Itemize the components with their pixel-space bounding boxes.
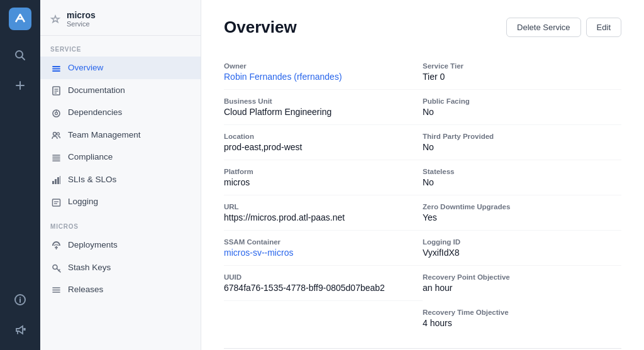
add-icon[interactable] bbox=[8, 73, 33, 98]
field-public-facing: Public Facing No bbox=[423, 90, 621, 125]
sidebar-item-logging[interactable]: Logging bbox=[40, 190, 201, 213]
sidebar: micros Service SERVICE Overview Document… bbox=[40, 0, 201, 350]
field-stateless-value: No bbox=[423, 177, 621, 187]
main-content: Overview Delete Service Edit Owner Robin… bbox=[201, 0, 644, 350]
field-stateless-label: Stateless bbox=[423, 168, 621, 175]
sidebar-item-dependencies[interactable]: Dependencies bbox=[40, 101, 201, 124]
field-zero-downtime-label: Zero Downtime Upgrades bbox=[423, 203, 621, 211]
sidebar-item-compliance-label: Compliance bbox=[68, 152, 113, 161]
field-uuid-value: 6784fa76-1535-4778-bff9-0805d07beab2 bbox=[224, 283, 423, 293]
header-actions: Delete Service Edit bbox=[506, 18, 621, 37]
field-service-tier-label: Service Tier bbox=[423, 62, 621, 70]
service-name: micros bbox=[67, 10, 96, 20]
slis-slos-icon bbox=[50, 174, 62, 185]
field-business-unit: Business Unit Cloud Platform Engineering bbox=[224, 90, 423, 125]
field-third-party-value: No bbox=[423, 142, 621, 152]
sidebar-item-overview-label: Overview bbox=[68, 63, 103, 72]
svg-rect-26 bbox=[52, 181, 54, 184]
svg-rect-27 bbox=[55, 179, 57, 184]
svg-point-21 bbox=[57, 133, 59, 135]
field-rto-value: 4 hours bbox=[423, 318, 621, 328]
svg-point-18 bbox=[55, 112, 57, 114]
field-public-facing-value: No bbox=[423, 107, 621, 117]
sidebar-item-slis-slos[interactable]: SLIs & SLOs bbox=[40, 168, 201, 191]
field-stateless: Stateless No bbox=[423, 160, 621, 195]
sidebar-item-team-management[interactable]: Team Management bbox=[40, 124, 201, 146]
sidebar-item-logging-label: Logging bbox=[68, 197, 98, 206]
field-platform: Platform micros bbox=[224, 160, 423, 195]
megaphone-icon[interactable] bbox=[8, 317, 33, 342]
field-location: Location prod-east,prod-west bbox=[224, 125, 423, 160]
releases-icon bbox=[50, 284, 62, 295]
svg-point-20 bbox=[53, 133, 56, 136]
sidebar-item-slis-slos-label: SLIs & SLOs bbox=[68, 175, 116, 184]
svg-rect-29 bbox=[60, 176, 60, 184]
field-rto: Recovery Time Objective 4 hours bbox=[423, 301, 621, 336]
svg-rect-28 bbox=[57, 177, 59, 184]
field-logging-id: Logging ID VyxifIdX8 bbox=[423, 231, 621, 266]
field-uuid-label: UUID bbox=[224, 273, 423, 281]
dependencies-icon bbox=[50, 107, 62, 118]
field-uuid: UUID 6784fa76-1535-4778-bff9-0805d07beab… bbox=[224, 266, 423, 301]
sidebar-item-deployments[interactable]: Deployments bbox=[40, 234, 201, 256]
field-third-party-label: Third Party Provided bbox=[423, 133, 621, 140]
field-business-unit-label: Business Unit bbox=[224, 97, 423, 105]
field-zero-downtime: Zero Downtime Upgrades Yes bbox=[423, 195, 621, 231]
service-section-label: SERVICE bbox=[40, 36, 201, 57]
overview-icon bbox=[50, 62, 62, 74]
field-service-tier: Service Tier Tier 0 bbox=[423, 55, 621, 90]
sidebar-service-header: micros Service bbox=[40, 0, 201, 36]
field-location-value: prod-east,prod-west bbox=[224, 142, 423, 152]
field-zero-downtime-value: Yes bbox=[423, 212, 621, 222]
sidebar-item-deployments-label: Deployments bbox=[68, 240, 118, 249]
sidebar-item-documentation-label: Documentation bbox=[68, 85, 125, 95]
documentation-icon bbox=[50, 85, 62, 96]
sidebar-item-compliance[interactable]: Compliance bbox=[40, 146, 201, 168]
svg-point-6 bbox=[19, 297, 21, 298]
field-owner-label: Owner bbox=[224, 62, 423, 70]
field-ssam-container-label: SSAM Container bbox=[224, 238, 423, 246]
sidebar-item-dependencies-label: Dependencies bbox=[68, 107, 122, 117]
svg-rect-30 bbox=[52, 199, 60, 206]
sidebar-item-releases[interactable]: Releases bbox=[40, 278, 201, 301]
field-owner: Owner Robin Fernandes (rfernandes) bbox=[224, 55, 423, 90]
star-icon[interactable] bbox=[50, 13, 60, 25]
svg-line-1 bbox=[22, 57, 25, 60]
field-ssam-container-value[interactable]: micros-sv--micros bbox=[224, 248, 423, 258]
field-url-label: URL bbox=[224, 203, 423, 211]
field-rpo-label: Recovery Point Objective bbox=[423, 273, 621, 281]
logging-icon bbox=[50, 196, 62, 207]
field-logging-id-label: Logging ID bbox=[423, 238, 621, 246]
compliance-icon bbox=[50, 151, 62, 163]
sidebar-item-releases-label: Releases bbox=[68, 285, 103, 294]
delete-service-button[interactable]: Delete Service bbox=[506, 18, 581, 37]
icon-bar bbox=[0, 0, 40, 350]
app-logo[interactable] bbox=[9, 8, 31, 30]
field-business-unit-value: Cloud Platform Engineering bbox=[224, 107, 423, 117]
sidebar-item-stash-keys[interactable]: Stash Keys bbox=[40, 256, 201, 278]
sidebar-item-overview[interactable]: Overview bbox=[40, 57, 201, 79]
sidebar-item-documentation[interactable]: Documentation bbox=[40, 79, 201, 102]
micros-section-label: MICROS bbox=[40, 213, 201, 234]
service-label: Service bbox=[67, 20, 96, 28]
field-platform-value: micros bbox=[224, 177, 423, 187]
overview-grid: Owner Robin Fernandes (rfernandes) Servi… bbox=[224, 55, 621, 336]
team-management-icon bbox=[50, 129, 62, 141]
deployments-icon bbox=[50, 239, 62, 251]
field-rpo-value: an hour bbox=[423, 283, 621, 293]
field-public-facing-label: Public Facing bbox=[423, 97, 621, 105]
field-rto-label: Recovery Time Objective bbox=[423, 309, 621, 316]
search-icon[interactable] bbox=[8, 43, 33, 68]
field-url-value: https://micros.prod.atl-paas.net bbox=[224, 212, 423, 222]
stash-keys-icon bbox=[50, 261, 62, 273]
edit-button[interactable]: Edit bbox=[586, 18, 621, 37]
main-header: Overview Delete Service Edit bbox=[224, 18, 621, 37]
info-icon[interactable] bbox=[8, 287, 33, 312]
field-owner-value[interactable]: Robin Fernandes (rfernandes) bbox=[224, 72, 423, 82]
field-third-party: Third Party Provided No bbox=[423, 125, 621, 160]
field-rpo: Recovery Point Objective an hour bbox=[423, 266, 621, 301]
page-title: Overview bbox=[224, 18, 297, 37]
field-logging-id-value: VyxifIdX8 bbox=[423, 248, 621, 258]
sidebar-item-stash-keys-label: Stash Keys bbox=[68, 263, 111, 272]
field-location-label: Location bbox=[224, 133, 423, 140]
